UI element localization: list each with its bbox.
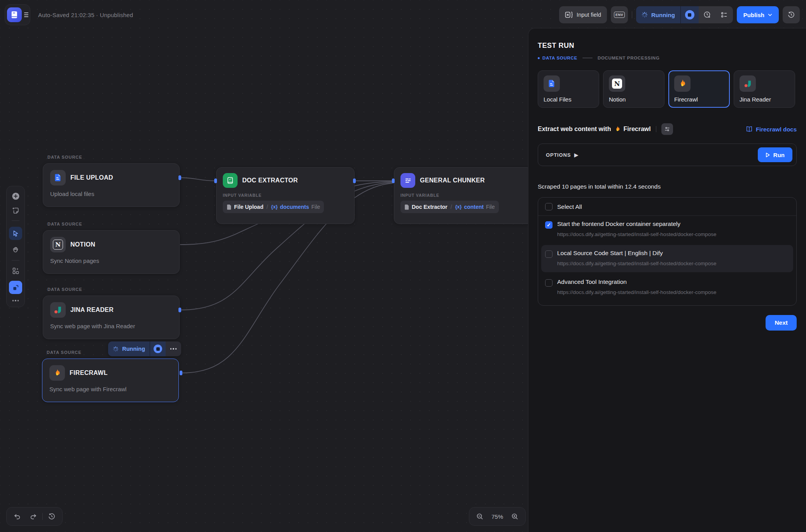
source-card-notion[interactable]: N Notion <box>603 70 664 108</box>
running-badge[interactable]: Running <box>636 6 680 23</box>
variable-chip[interactable]: Doc Extractor / {x} content File <box>400 201 499 213</box>
node-jina-reader[interactable]: DATA SOURCE JINA READER Sync web page wi… <box>43 287 180 339</box>
node-card[interactable]: N NOTION Sync Notion pages <box>43 230 180 274</box>
notion-logo: N <box>612 79 622 89</box>
run-time-button[interactable] <box>699 6 716 23</box>
item-url: https://docs.dify.ai/getting-started/ins… <box>557 230 716 239</box>
node-title: FILE UPLOAD <box>70 174 113 181</box>
env-button[interactable]: ENV <box>611 6 628 23</box>
port-file-upload-out[interactable] <box>178 175 181 180</box>
running-badge[interactable]: Running <box>108 341 150 356</box>
source-card-jina-reader[interactable]: Jina Reader <box>734 70 795 108</box>
separator: / <box>266 204 268 210</box>
node-card[interactable]: FIRECRAWL Sync web page with Firecrawl <box>42 359 179 402</box>
jina-reader-icon <box>740 75 756 92</box>
autosave-status: Auto-Saved 21:02:35 · Unpublished <box>38 4 133 25</box>
app-logo <box>7 7 22 22</box>
checklist-icon <box>720 11 728 19</box>
input-field-label: Input field <box>577 12 601 18</box>
options-section: OPTIONS ▶ Run <box>538 144 797 166</box>
redo-icon <box>30 513 37 520</box>
app-logo-pill[interactable] <box>5 4 30 25</box>
version-history-button[interactable] <box>783 6 800 23</box>
options-toggle[interactable]: OPTIONS ▶ <box>546 152 579 158</box>
zoom-in-button[interactable] <box>507 509 523 524</box>
stop-node-button[interactable] <box>154 345 162 353</box>
list-item[interactable]: Advanced Tool Integration https://docs.d… <box>538 274 796 301</box>
item-checkbox[interactable] <box>545 250 552 258</box>
hand-icon <box>12 246 19 254</box>
env-icon: ENV <box>614 12 625 18</box>
port-doc-extractor-in[interactable] <box>214 178 217 183</box>
scraped-pages-list: Select All ✓ Start the frontend Docker c… <box>538 197 797 306</box>
caret-right-icon: ▶ <box>574 152 579 158</box>
pointer-tool[interactable] <box>9 227 22 240</box>
item-url: https://docs.dify.ai/getting-started/ins… <box>557 259 716 268</box>
list-item[interactable]: ✓ Start the frontend Docker container se… <box>538 216 796 243</box>
variable-input-icon <box>565 11 573 18</box>
input-field-button[interactable]: Input field <box>559 6 607 23</box>
node-title: DOC EXTRACTOR <box>242 177 298 184</box>
zoom-out-button[interactable] <box>472 509 488 524</box>
select-all-label: Select All <box>557 203 582 210</box>
firecrawl-icon <box>674 75 691 92</box>
data-source-cards: Local Files N Notion Firecrawl <box>538 70 797 108</box>
docs-link-label: Firecrawl docs <box>756 126 797 133</box>
extract-settings-button[interactable] <box>661 123 673 135</box>
item-title: Advanced Tool Integration <box>557 278 716 285</box>
zoom-out-icon <box>476 513 484 520</box>
node-card[interactable]: FILE UPLOAD Upload local files <box>43 163 180 207</box>
undo-button[interactable] <box>9 509 25 524</box>
publish-button[interactable]: Publish <box>737 6 779 23</box>
minimap-toggle[interactable] <box>9 281 22 294</box>
source-card-firecrawl[interactable]: Firecrawl <box>668 70 730 108</box>
firecrawl-docs-link[interactable]: Firecrawl docs <box>746 126 797 133</box>
node-card[interactable]: JINA READER Sync web page with Jina Read… <box>43 296 180 339</box>
publish-label: Publish <box>743 12 764 18</box>
item-url: https://docs.dify.ai/getting-started/ins… <box>557 288 716 297</box>
notion-logo: N <box>53 240 63 250</box>
node-firecrawl[interactable]: Running DATA SOURCE FIRECRAWL Sync web p… <box>42 350 179 402</box>
node-notion[interactable]: DATA SOURCE N NOTION Sync Notion pages <box>43 222 180 274</box>
add-note-button[interactable] <box>11 206 20 215</box>
node-general-chunker[interactable]: GENERAL CHUNKER INPUT VARIABLE Doc Extra… <box>394 167 532 224</box>
port-jina-out[interactable] <box>178 308 181 312</box>
source-card-local-files[interactable]: Local Files <box>538 70 599 108</box>
variable-name: documents <box>280 204 309 210</box>
menu-icon[interactable] <box>24 12 28 17</box>
variable-chip[interactable]: File Upload / {x} documents File <box>223 201 324 213</box>
node-doc-extractor[interactable]: DOC EXTRACTOR INPUT VARIABLE File Upload… <box>216 167 355 224</box>
stop-button[interactable] <box>685 10 694 19</box>
redo-button[interactable] <box>25 509 42 524</box>
port-doc-extractor-out[interactable] <box>353 178 356 183</box>
port-general-chunker-in[interactable] <box>392 178 395 183</box>
canvas-history-button[interactable] <box>44 509 60 524</box>
node-file-upload[interactable]: DATA SOURCE FILE UPLOAD Upload local fil… <box>43 155 180 207</box>
checklist-button[interactable] <box>716 6 733 23</box>
add-node-button[interactable] <box>11 192 20 200</box>
input-variable-label: INPUT VARIABLE <box>400 193 526 198</box>
run-status-group: Running <box>636 6 733 23</box>
organize-blocks-button[interactable] <box>11 266 20 275</box>
notion-icon: N <box>609 75 625 92</box>
item-checkbox-checked[interactable]: ✓ <box>545 221 552 229</box>
port-firecrawl-out[interactable] <box>180 371 182 375</box>
select-all-checkbox[interactable] <box>545 203 552 210</box>
chunk-lines-icon <box>404 177 412 184</box>
flame-icon <box>614 126 621 133</box>
zoom-level[interactable]: 75% <box>488 513 507 520</box>
node-more-button[interactable] <box>166 341 181 356</box>
run-button[interactable]: Run <box>758 147 792 162</box>
node-title: FIRECRAWL <box>70 369 108 376</box>
doc-sparkle-icon <box>226 177 234 184</box>
item-checkbox[interactable] <box>545 279 552 287</box>
node-section-label: DATA SOURCE <box>47 222 180 226</box>
select-all-row[interactable]: Select All <box>538 198 796 216</box>
more-tools-button[interactable] <box>12 300 19 301</box>
test-run-panel: TEST RUN DATA SOURCE DOCUMENT PROCESSING… <box>528 28 806 532</box>
step-connector <box>582 58 593 58</box>
hand-tool[interactable] <box>11 246 20 254</box>
next-button[interactable]: Next <box>766 315 797 331</box>
list-item[interactable]: Local Source Code Start | English | Dify… <box>541 245 793 273</box>
flame-icon <box>53 369 61 377</box>
